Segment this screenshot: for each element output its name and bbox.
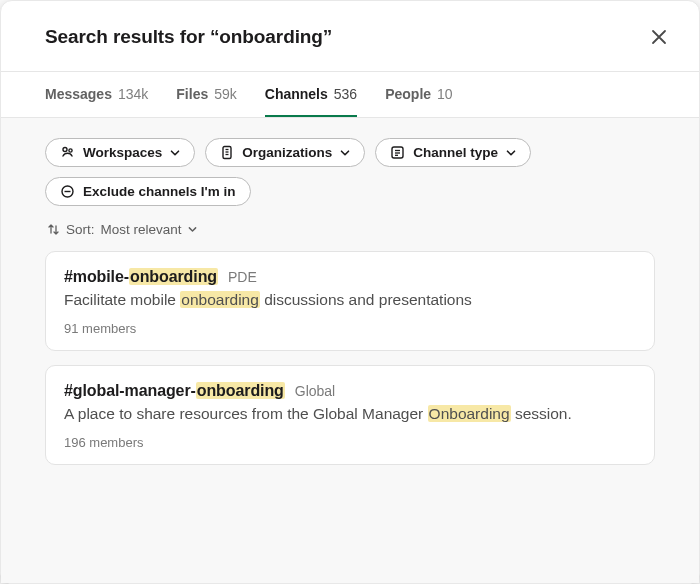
- tab-label: People: [385, 86, 431, 102]
- channel-description: A place to share resources from the Glob…: [64, 404, 636, 425]
- workspace-icon: [60, 145, 75, 160]
- channel-result[interactable]: #global-manager-onboarding Global A plac…: [45, 365, 655, 465]
- search-results-panel: Search results for “onboarding” Messages…: [0, 0, 700, 584]
- close-icon: [650, 28, 668, 46]
- sort-prefix: Sort:: [66, 222, 95, 237]
- close-button[interactable]: [645, 23, 673, 51]
- tab-label: Messages: [45, 86, 112, 102]
- channel-type-icon: [390, 145, 405, 160]
- filter-exclude-my-channels[interactable]: Exclude channels I'm in: [45, 177, 251, 206]
- filter-organizations[interactable]: Organizations: [205, 138, 365, 167]
- channel-tag: PDE: [228, 269, 257, 285]
- chevron-down-icon: [170, 148, 180, 158]
- channel-name: #global-manager-onboarding: [64, 382, 285, 400]
- chevron-down-icon: [188, 225, 197, 234]
- tab-people[interactable]: People 10: [385, 72, 452, 117]
- header: Search results for “onboarding”: [1, 1, 699, 71]
- filter-label: Exclude channels I'm in: [83, 184, 236, 199]
- filter-row: Workspaces Organizations Channel type Ex…: [45, 138, 655, 206]
- chevron-down-icon: [506, 148, 516, 158]
- sort-icon: [47, 223, 60, 236]
- organization-icon: [220, 145, 234, 160]
- highlight: onboarding: [196, 382, 285, 399]
- sort-control[interactable]: Sort: Most relevant: [47, 222, 655, 237]
- sort-value: Most relevant: [101, 222, 182, 237]
- highlight: onboarding: [180, 291, 260, 308]
- results-body: Workspaces Organizations Channel type Ex…: [1, 118, 699, 583]
- result-header: #mobile-onboarding PDE: [64, 268, 636, 286]
- filter-label: Organizations: [242, 145, 332, 160]
- search-tabs: Messages 134k Files 59k Channels 536 Peo…: [1, 72, 699, 118]
- exclude-icon: [60, 184, 75, 199]
- highlight: onboarding: [129, 268, 218, 285]
- chevron-down-icon: [340, 148, 350, 158]
- member-count: 91 members: [64, 321, 636, 336]
- tab-messages[interactable]: Messages 134k: [45, 72, 148, 117]
- result-header: #global-manager-onboarding Global: [64, 382, 636, 400]
- channel-description: Facilitate mobile onboarding discussions…: [64, 290, 636, 311]
- member-count: 196 members: [64, 435, 636, 450]
- channel-result[interactable]: #mobile-onboarding PDE Facilitate mobile…: [45, 251, 655, 351]
- highlight: Onboarding: [428, 405, 511, 422]
- filter-channel-type[interactable]: Channel type: [375, 138, 531, 167]
- tab-label: Files: [176, 86, 208, 102]
- filter-label: Channel type: [413, 145, 498, 160]
- svg-point-0: [63, 148, 67, 152]
- svg-point-1: [69, 149, 72, 152]
- tab-count: 10: [437, 86, 453, 102]
- channel-tag: Global: [295, 383, 335, 399]
- tab-count: 536: [334, 86, 357, 102]
- channel-name: #mobile-onboarding: [64, 268, 218, 286]
- tab-label: Channels: [265, 86, 328, 102]
- page-title: Search results for “onboarding”: [45, 26, 332, 48]
- tab-channels[interactable]: Channels 536: [265, 72, 357, 117]
- filter-workspaces[interactable]: Workspaces: [45, 138, 195, 167]
- tab-count: 134k: [118, 86, 148, 102]
- tab-count: 59k: [214, 86, 237, 102]
- filter-label: Workspaces: [83, 145, 162, 160]
- tab-files[interactable]: Files 59k: [176, 72, 236, 117]
